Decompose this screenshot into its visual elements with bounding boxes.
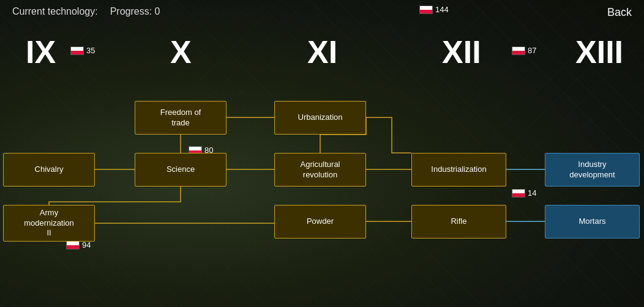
rifle-node[interactable]: Rifle bbox=[411, 205, 506, 239]
col-ix: IX bbox=[26, 34, 56, 70]
header: Current technology: Progress: 0 bbox=[0, 0, 644, 23]
urbanization-node[interactable]: Urbanization bbox=[274, 101, 366, 135]
col-xii: XII bbox=[442, 34, 481, 70]
flag-icon-poland-2 bbox=[419, 6, 433, 14]
flag-value-144: 144 bbox=[435, 5, 449, 14]
agricultural-revolution-node[interactable]: Agriculturalrevolution bbox=[274, 153, 366, 187]
flag-badge-14: 14 bbox=[512, 188, 536, 198]
back-button[interactable]: Back bbox=[607, 6, 632, 19]
freedom-of-trade-node[interactable]: Freedom oftrade bbox=[135, 101, 227, 135]
army-modernization-ii-node[interactable]: ArmymodernizationII bbox=[3, 205, 95, 242]
science-node[interactable]: Science bbox=[135, 153, 227, 187]
flag-icon-poland-1 bbox=[70, 46, 84, 55]
mortars-node[interactable]: Mortars bbox=[545, 205, 640, 239]
industrialization-node[interactable]: Industrialization bbox=[411, 153, 506, 187]
col-xiii: XIII bbox=[575, 34, 623, 70]
flag-icon-poland-5 bbox=[512, 189, 525, 198]
flag-badge-87: 87 bbox=[512, 46, 536, 55]
flag-value-14: 14 bbox=[528, 188, 536, 198]
progress-label: Progress: 0 bbox=[110, 6, 160, 17]
industry-development-node[interactable]: Industrydevelopment bbox=[545, 153, 640, 187]
flag-value-87: 87 bbox=[528, 46, 536, 55]
main-content: Current technology: Progress: 0 Back IX … bbox=[0, 0, 644, 307]
col-xi: XI bbox=[307, 34, 337, 70]
chivalry-node[interactable]: Chivalry bbox=[3, 153, 95, 187]
current-tech-label: Current technology: bbox=[12, 6, 98, 17]
flag-value-35: 35 bbox=[86, 46, 95, 55]
col-x: X bbox=[170, 34, 192, 70]
flag-badge-35: 35 bbox=[70, 46, 95, 55]
flag-badge-144: 144 bbox=[419, 5, 449, 14]
flag-value-94: 94 bbox=[82, 240, 91, 250]
flag-badge-94: 94 bbox=[66, 240, 91, 250]
powder-node[interactable]: Powder bbox=[274, 205, 366, 239]
flag-icon-poland-6 bbox=[66, 241, 80, 250]
flag-icon-poland-4 bbox=[512, 46, 525, 55]
